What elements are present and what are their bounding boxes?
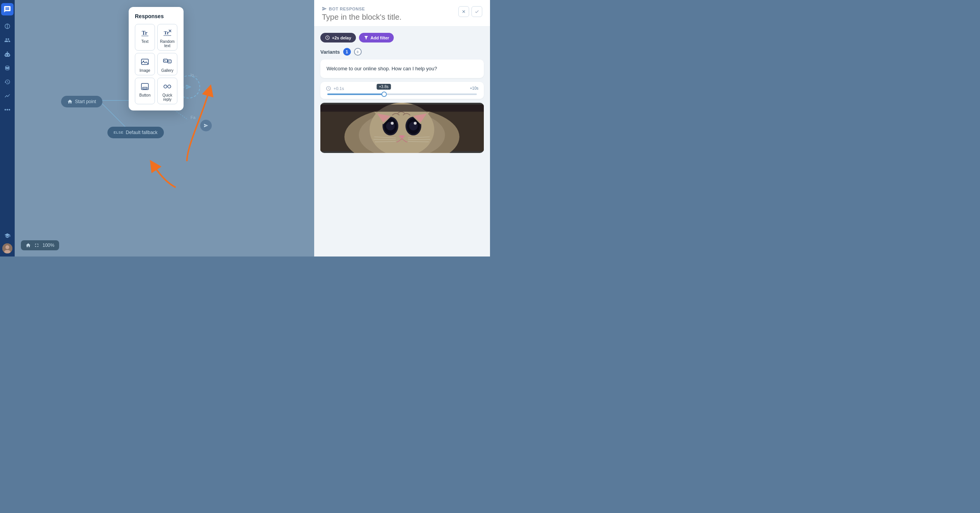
responses-title: Responses — [135, 13, 177, 19]
integrations-icon — [4, 107, 10, 113]
svg-rect-24 — [164, 85, 167, 88]
filter-button[interactable]: Add filter — [359, 33, 394, 42]
delay-max-label: +10s — [470, 86, 478, 90]
panel-header: BOT RESPONSE — [314, 0, 490, 27]
svg-text:Tr: Tr — [164, 30, 169, 36]
text-response-icon: Tr — [140, 28, 150, 37]
sidebar-item-database[interactable] — [2, 63, 13, 73]
sidebar-item-education[interactable] — [2, 230, 13, 241]
response-item-image[interactable]: Image — [135, 53, 155, 75]
confirm-panel-button[interactable] — [471, 6, 482, 17]
sidebar-item-analytics[interactable] — [2, 90, 13, 101]
svg-point-4 — [5, 245, 9, 249]
random-text-response-icon: Tr — [163, 28, 172, 37]
sidebar-item-integrations[interactable] — [2, 104, 13, 115]
fallback-node[interactable]: ELSE Default fallback — [107, 127, 164, 138]
fallback-node-label: Default fallback — [126, 130, 158, 135]
panel-content: +2s delay Add filter Variants 1 + Welcom… — [314, 27, 490, 256]
filter-icon — [364, 35, 369, 40]
message-card[interactable]: Welcome to our online shop. How can I he… — [320, 59, 484, 78]
delay-button[interactable]: +2s delay — [320, 33, 356, 42]
start-node[interactable]: Start point — [61, 96, 102, 107]
org-icon — [4, 23, 10, 29]
svg-point-1 — [5, 109, 6, 110]
database-icon — [4, 65, 10, 71]
delay-slider-left: +0.1s — [326, 86, 344, 91]
gallery-response-icon — [163, 57, 172, 66]
history-icon — [4, 79, 10, 85]
header-actions — [458, 6, 482, 17]
response-button-label: Button — [140, 93, 151, 97]
clock-slider-icon — [326, 86, 331, 91]
response-quickreply-label: Quick reply — [160, 93, 175, 102]
bot-response-panel: BOT RESPONSE +2s delay — [314, 0, 490, 256]
user-avatar[interactable] — [2, 243, 12, 253]
close-panel-button[interactable] — [458, 6, 469, 17]
bot-title-input[interactable] — [322, 13, 446, 22]
check-icon — [475, 9, 479, 14]
responses-popup: Responses Tr Text Tr Random text — [129, 7, 184, 110]
message-text: Welcome to our online shop. How can I he… — [327, 66, 437, 71]
analytics-icon — [4, 93, 10, 99]
sidebar-logo[interactable] — [1, 3, 14, 15]
svg-rect-23 — [143, 87, 147, 89]
sidebar-bottom — [2, 229, 13, 253]
delay-min-label: +0.1s — [333, 86, 344, 91]
button-response-icon — [140, 82, 150, 91]
svg-rect-16 — [141, 59, 148, 65]
responses-grid: Tr Text Tr Random text — [135, 24, 177, 104]
variants-label: Variants — [320, 49, 340, 55]
home-small-icon[interactable] — [26, 243, 31, 248]
add-variant-button[interactable]: + — [354, 48, 362, 56]
node-fa-label: Fa — [191, 115, 196, 120]
delay-slider-fill — [327, 93, 384, 95]
bot-response-text: BOT RESPONSE — [329, 7, 365, 11]
canvas-toolbar: 100% — [21, 240, 59, 250]
sidebar-item-ai[interactable] — [2, 49, 13, 59]
action-row: +2s delay Add filter — [320, 33, 484, 42]
cat-image-card — [320, 103, 484, 153]
expand-icon[interactable] — [34, 243, 39, 248]
svg-point-38 — [414, 122, 417, 124]
delay-slider-header: +0.1s +10s — [326, 86, 478, 91]
response-item-gallery[interactable]: Gallery — [157, 53, 177, 75]
variants-row: Variants 1 + — [320, 48, 484, 56]
filter-button-label: Add filter — [371, 36, 389, 40]
delay-slider-thumb[interactable]: +3.8s — [381, 92, 387, 97]
canvas[interactable]: Start point ELSE Default fallback lo... … — [15, 0, 314, 256]
send-icon-label — [322, 6, 327, 11]
chat-logo-icon — [3, 5, 11, 13]
fallback-node-prefix: ELSE — [114, 131, 124, 134]
avatar-image — [2, 243, 12, 253]
sidebar — [0, 0, 15, 256]
education-icon — [4, 233, 10, 239]
zoom-level: 100% — [43, 243, 54, 248]
svg-rect-25 — [168, 85, 171, 88]
response-node-fallback[interactable] — [200, 120, 212, 131]
home-icon — [67, 99, 73, 104]
sidebar-item-history[interactable] — [2, 76, 13, 87]
response-image-label: Image — [140, 68, 150, 73]
image-response-icon — [140, 57, 150, 66]
ai-icon — [4, 51, 10, 57]
delay-slider-track[interactable]: +3.8s — [327, 93, 477, 95]
send-small-icon — [204, 123, 208, 128]
close-icon — [461, 9, 466, 14]
send-icon — [185, 84, 192, 90]
cat-image — [320, 103, 484, 153]
panel-header-left: BOT RESPONSE — [322, 6, 446, 22]
delay-current-tooltip: +3.8s — [376, 84, 391, 90]
response-item-random[interactable]: Tr Random text — [157, 24, 177, 51]
contacts-icon — [4, 37, 10, 43]
bot-response-label: BOT RESPONSE — [322, 6, 446, 11]
response-item-button[interactable]: Button — [135, 78, 155, 104]
clock-icon — [325, 35, 330, 40]
sidebar-item-contacts[interactable] — [2, 35, 13, 46]
response-item-text[interactable]: Tr Text — [135, 24, 155, 51]
start-node-label: Start point — [75, 99, 96, 104]
svg-rect-49 — [320, 104, 484, 112]
sidebar-item-organization[interactable] — [2, 21, 13, 32]
svg-point-0 — [7, 109, 8, 110]
response-item-quickreply[interactable]: Quick reply — [157, 78, 177, 104]
response-text-label: Text — [141, 39, 148, 44]
